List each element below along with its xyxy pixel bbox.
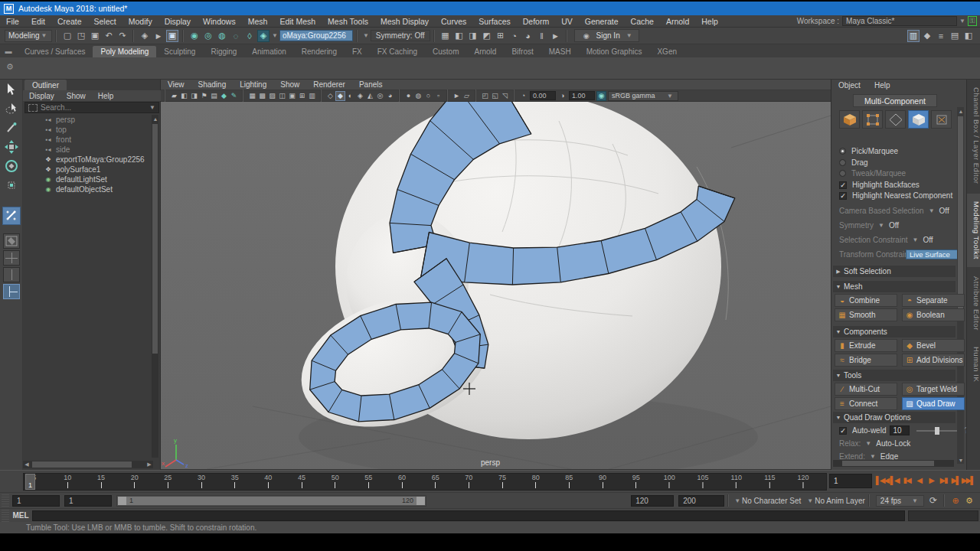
mel-input-field[interactable] bbox=[32, 510, 905, 521]
rotate-tool[interactable] bbox=[2, 157, 21, 175]
current-frame-marker[interactable]: 1 bbox=[25, 474, 35, 490]
paint-select-tool[interactable] bbox=[2, 119, 21, 137]
snap-to-point-icon[interactable]: ◍ bbox=[216, 30, 228, 42]
exposure-icon[interactable]: ◔ bbox=[518, 91, 528, 101]
wireframe-icon[interactable]: ▦ bbox=[247, 91, 257, 101]
live-surface-field[interactable]: Live Surface bbox=[906, 249, 958, 259]
loop-playback-icon[interactable]: ⟳ bbox=[927, 494, 939, 507]
scroll-right-icon[interactable]: ▶ bbox=[145, 461, 153, 468]
isolate-select-icon[interactable]: ◇ bbox=[325, 91, 335, 101]
occlusion-icon[interactable]: ● bbox=[403, 91, 413, 101]
outliner-vertical-scrollbar[interactable]: ▲ bbox=[152, 115, 158, 458]
workspace-dropdown[interactable]: Maya Classic* bbox=[842, 16, 957, 26]
redo-icon[interactable]: ↷ bbox=[116, 30, 129, 42]
scroll-down-icon[interactable]: ▼ bbox=[957, 456, 965, 464]
xray-joints-icon[interactable]: ◐ bbox=[345, 91, 355, 101]
boolean-button[interactable]: ◉Boolean bbox=[902, 308, 965, 321]
viewport-menu-renderer[interactable]: Renderer bbox=[306, 80, 352, 89]
target-weld-button[interactable]: ◎Target Weld bbox=[902, 383, 965, 396]
shelf-tab-rigging[interactable]: Rigging bbox=[203, 46, 244, 57]
auto-weld-row[interactable]: ✓Auto-weld 10 ? bbox=[839, 425, 969, 435]
bridge-button[interactable]: ≈Bridge bbox=[835, 354, 897, 367]
gamma-field[interactable]: 1.00 bbox=[569, 91, 595, 100]
anim-layer-arrow-icon[interactable]: ▼ bbox=[807, 497, 813, 504]
ipr-render-icon[interactable]: ◨ bbox=[467, 30, 479, 42]
separator[interactable] bbox=[565, 30, 569, 42]
outliner-item-front[interactable]: ▪◂front bbox=[23, 135, 152, 145]
menu-generate[interactable]: Generate bbox=[579, 17, 625, 26]
layout-four-pane-button[interactable] bbox=[3, 250, 20, 266]
range-slider[interactable]: 1 120 bbox=[116, 495, 426, 507]
shelf-tab-mash[interactable]: MASH bbox=[541, 46, 579, 57]
render-sequence-icon[interactable]: ◩ bbox=[481, 30, 493, 42]
shelf-tab-poly-modeling[interactable]: Poly Modeling bbox=[93, 46, 156, 57]
select-by-hierarchy-icon[interactable]: ◈ bbox=[139, 30, 151, 42]
step-back-key-icon[interactable]: ▮◀ bbox=[901, 474, 912, 486]
outliner-item-exporttomaya-group2256[interactable]: ✥exportToMaya:Group2256 bbox=[23, 155, 152, 165]
separator[interactable] bbox=[54, 30, 58, 42]
separate-button[interactable]: ◓Separate bbox=[902, 294, 965, 307]
outliner-item-polysurface1[interactable]: ✥polySurface1 bbox=[23, 165, 152, 174]
symmetry-dropdown-arrow-icon[interactable]: ▼ bbox=[363, 32, 369, 39]
xray-active-icon[interactable]: ◈ bbox=[355, 91, 365, 101]
viewport-menu-shading[interactable]: Shading bbox=[191, 80, 234, 89]
drag-handle[interactable] bbox=[2, 510, 9, 522]
select-by-object-icon[interactable]: ► bbox=[152, 30, 165, 42]
paint-select-icon[interactable]: ► bbox=[452, 91, 462, 101]
step-back-frame-icon[interactable]: ▌◀ bbox=[889, 474, 900, 486]
save-scene-icon[interactable]: ▣ bbox=[89, 30, 101, 42]
go-to-end-icon[interactable]: ▶▶▌ bbox=[962, 474, 973, 486]
quad-draw-options-section[interactable]: ▼Quad Draw Options bbox=[833, 412, 956, 423]
viewport-canvas[interactable]: y x z persp bbox=[161, 102, 831, 469]
pick-marquee-radio[interactable]: Pick/Marquee bbox=[839, 147, 898, 155]
viewport-menu-view[interactable]: View bbox=[161, 80, 191, 89]
modeling-toolkit-toggle-icon[interactable]: ▥ bbox=[907, 30, 920, 42]
menu-surfaces[interactable]: Surfaces bbox=[472, 17, 516, 26]
tweak-marquee-radio[interactable]: Tweak/Marquee bbox=[839, 169, 906, 178]
lock-camera-icon[interactable]: ◧ bbox=[179, 91, 189, 101]
shelf-tab-fx-caching[interactable]: FX Caching bbox=[370, 46, 425, 57]
smooth-button[interactable]: ▦Smooth bbox=[835, 308, 897, 321]
outliner-menu-display[interactable]: Display bbox=[23, 92, 60, 100]
multisample-icon[interactable]: ○ bbox=[423, 91, 433, 101]
image-plane-icon[interactable]: ▤ bbox=[209, 91, 219, 101]
edge-mode-icon[interactable] bbox=[885, 110, 906, 129]
auto-keyframe-icon[interactable]: ⊕ bbox=[949, 494, 962, 507]
color-management-icon[interactable]: ◉ bbox=[596, 91, 606, 101]
single-pane-icon[interactable]: ◰ bbox=[480, 91, 490, 101]
lasso-select-tool[interactable] bbox=[2, 99, 21, 118]
xray-icon[interactable]: ◆ bbox=[335, 91, 345, 101]
layout-outliner-persp-button[interactable] bbox=[3, 284, 20, 299]
textured-icon[interactable]: ▣ bbox=[287, 91, 297, 101]
auto-weld-value-field[interactable]: 10 bbox=[890, 425, 910, 435]
grease-pencil-icon[interactable]: ✎ bbox=[229, 91, 239, 101]
symmetry-dropdown[interactable]: Symmetry▼Off bbox=[839, 221, 899, 230]
shelf-tab-animation[interactable]: Animation bbox=[244, 46, 293, 57]
menu-windows[interactable]: Windows bbox=[197, 17, 242, 26]
menu-curves[interactable]: Curves bbox=[435, 17, 472, 26]
shelf-tab-rendering[interactable]: Rendering bbox=[294, 46, 345, 57]
menu-cache[interactable]: Cache bbox=[625, 17, 660, 26]
go-to-start-icon[interactable]: ▌◀◀ bbox=[877, 474, 887, 486]
quad-draw-button[interactable]: ▨Quad Draw bbox=[902, 397, 965, 410]
bookmark-icon[interactable]: ⚑ bbox=[199, 91, 209, 101]
workspace-dropdown-arrow-icon[interactable]: ▼ bbox=[959, 18, 965, 24]
separator[interactable] bbox=[181, 30, 185, 42]
outliner-horizontal-scrollbar[interactable]: ◀ ▶ bbox=[23, 461, 153, 468]
menu-file[interactable]: File bbox=[0, 17, 25, 26]
soft-selection-section[interactable]: ▶Soft Selection bbox=[833, 266, 956, 277]
outliner-item-persp[interactable]: ▪◂persp bbox=[23, 115, 152, 125]
outliner-tab[interactable]: Outliner bbox=[24, 80, 67, 90]
maximize-pane-icon[interactable]: ◹ bbox=[500, 91, 510, 101]
connect-button[interactable]: ≡Connect bbox=[835, 397, 897, 410]
combine-button[interactable]: ◒Combine bbox=[835, 294, 897, 307]
shelf-menu-icon[interactable]: ▬ bbox=[0, 47, 17, 57]
character-set-arrow-icon[interactable]: ▼ bbox=[734, 497, 740, 504]
range-start-handle[interactable] bbox=[118, 497, 126, 505]
tools-section[interactable]: ▼Tools bbox=[833, 370, 956, 381]
dock-tab-human-ik[interactable]: Human IK bbox=[967, 339, 980, 390]
play-backwards-icon[interactable]: ◀ bbox=[913, 474, 924, 486]
fps-dropdown[interactable]: 24 fps▼ bbox=[876, 495, 924, 507]
select-tool[interactable] bbox=[2, 80, 21, 99]
shelf-tab-bifrost[interactable]: Bifrost bbox=[504, 46, 541, 57]
